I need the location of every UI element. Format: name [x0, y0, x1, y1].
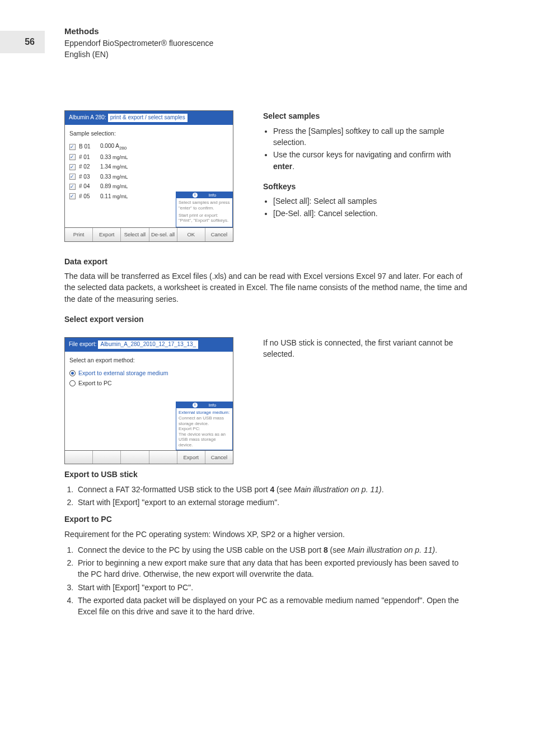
- list-item: Connect a FAT 32-formatted USB stick to …: [76, 484, 470, 495]
- screen2-softkeys: ....ExportCancel: [65, 450, 233, 464]
- info-line: External storage medium:: [179, 410, 230, 416]
- info-title: Info: [209, 193, 216, 198]
- checkbox-icon: [69, 193, 76, 199]
- screen1-header-path: print & export / select samples: [108, 114, 188, 122]
- device-screenshot-2: File export: Albumin_A_280_2010_12_17_13…: [64, 337, 232, 464]
- ok-softkey[interactable]: OK: [177, 228, 205, 241]
- radio-export-external[interactable]: Export to external storage medium: [69, 369, 228, 377]
- screen1-info-box: i Info Select samples and press "enter" …: [176, 192, 233, 227]
- sample-value: 0.33 mg/mL: [100, 153, 128, 162]
- list-item: Connect the device to the PC by using th…: [76, 544, 470, 556]
- empty-softkey: .: [149, 451, 177, 464]
- softkeys-list: [Select all]: Select all samples [De-Sel…: [263, 195, 470, 220]
- info-header: i Info: [176, 402, 232, 409]
- list-item: Prior to beginning a new export make sur…: [76, 557, 470, 580]
- radio-label: Export to external storage medium: [78, 369, 168, 377]
- info-header: i Info: [176, 192, 232, 199]
- export-softkey[interactable]: Export: [93, 228, 121, 241]
- page: 56 Methods Eppendorf BioSpectrometer® fl…: [0, 0, 534, 756]
- empty-softkey: .: [65, 451, 93, 464]
- info-icon: i: [193, 403, 198, 408]
- empty-softkey: .: [121, 451, 149, 464]
- export-pc-requirement: Requirement for the PC operating system:…: [64, 529, 470, 540]
- sample-value: 1.34 mg/mL: [100, 163, 128, 171]
- sample-row[interactable]: # 030.33 mg/mL: [69, 173, 228, 181]
- info-icon: i: [193, 193, 198, 198]
- empty-softkey: .: [93, 451, 121, 464]
- print-softkey[interactable]: Print: [65, 228, 93, 241]
- sample-value: 0.11 mg/mL: [100, 193, 128, 201]
- heading-softkeys: Softkeys: [263, 181, 470, 192]
- sample-row[interactable]: # 040.89 mg/mL: [69, 183, 228, 191]
- export-version-text: If no USB stick is connected, the first …: [263, 337, 470, 464]
- block-export-version: File export: Albumin_A_280_2010_12_17_13…: [64, 337, 470, 464]
- select-samples-list: Press the [Samples] softkey to call up t…: [263, 125, 470, 172]
- cancel-softkey[interactable]: Cancel: [205, 228, 233, 241]
- info-line-2: Start print or export: "Print", "Export"…: [179, 213, 230, 223]
- heading-select-export-version: Select export version: [64, 314, 470, 325]
- screen2-info-box: i Info External storage medium: Connect …: [176, 402, 233, 450]
- checkbox-icon: [69, 164, 76, 170]
- checkbox-icon: [69, 174, 76, 180]
- sample-row[interactable]: B 010.000 A280: [69, 142, 228, 152]
- list-item: [Select all]: Select all samples: [273, 195, 470, 207]
- heading-data-export: Data export: [64, 256, 470, 267]
- cancel-softkey[interactable]: Cancel: [205, 451, 233, 464]
- heading-select-samples: Select samples: [263, 110, 470, 122]
- sample-id: # 01: [79, 153, 97, 162]
- header-language: English (EN): [64, 49, 470, 60]
- sample-id: # 03: [79, 173, 97, 181]
- radio-icon: [69, 380, 76, 386]
- heading-export-usb: Export to USB stick: [64, 469, 470, 480]
- sample-id: B 01: [79, 143, 97, 151]
- screen2-header-path: Albumin_A_280_2010_12_17_13_13_: [98, 340, 198, 349]
- sample-row[interactable]: # 021.34 mg/mL: [69, 163, 228, 171]
- sample-value: 0.33 mg/mL: [100, 173, 128, 181]
- export-usb-steps: Connect a FAT 32-formatted USB stick to …: [64, 484, 470, 508]
- heading-export-pc: Export to PC: [64, 514, 470, 525]
- radio-label: Export to PC: [78, 379, 112, 388]
- export-softkey[interactable]: Export: [177, 451, 205, 464]
- sample-id: # 05: [79, 193, 97, 201]
- list-item: Start with [Export] "export to PC".: [76, 582, 470, 593]
- export-pc-steps: Connect the device to the PC by using th…: [64, 544, 470, 618]
- page-number: 56: [0, 31, 45, 53]
- list-item: The exported data packet will be display…: [76, 595, 470, 618]
- select-samples-text: Select samples Press the [Samples] softk…: [263, 110, 470, 241]
- screen2-header-main: File export:: [69, 340, 96, 349]
- info-line-1: Select samples and press "enter" to conf…: [179, 200, 230, 211]
- sample-id: # 02: [79, 163, 97, 171]
- device-screenshot-1: Albumin A 280: print & export / select s…: [64, 110, 232, 241]
- list-item: Use the cursor keys for navigating and c…: [273, 149, 470, 172]
- sample-value: 0.89 mg/mL: [100, 183, 128, 191]
- screen1-subtitle: Sample selection:: [69, 129, 228, 138]
- checkbox-icon: [69, 144, 76, 150]
- list-item: Start with [Export] "export to an extern…: [76, 497, 470, 508]
- screen2-header: File export: Albumin_A_280_2010_12_17_13…: [65, 338, 233, 352]
- checkbox-icon: [69, 184, 76, 190]
- header-product: Eppendorf BioSpectrometer® fluorescence: [64, 38, 470, 49]
- info-line: The device works as an USB mass storage …: [179, 432, 230, 448]
- header-title: Methods: [64, 25, 470, 38]
- sample-row[interactable]: # 010.33 mg/mL: [69, 153, 228, 162]
- data-export-paragraph: The data will be transferred as Excel fi…: [64, 270, 470, 305]
- list-item: [De-Sel. all]: Cancel selection.: [273, 208, 470, 219]
- block-select-samples: Albumin A 280: print & export / select s…: [64, 110, 470, 241]
- select-all-softkey[interactable]: Select all: [121, 228, 149, 241]
- info-line: Connect an USB mass storage device.: [179, 416, 230, 426]
- export-note: If no USB stick is connected, the first …: [263, 337, 470, 360]
- checkbox-icon: [69, 154, 76, 160]
- page-header: Methods Eppendorf BioSpectrometer® fluor…: [64, 25, 470, 60]
- screen1-header: Albumin A 280: print & export / select s…: [65, 111, 233, 125]
- screen1-softkeys: PrintExportSelect allDe-sel. allOKCancel: [65, 227, 233, 241]
- screen2-subtitle: Select an export method:: [69, 356, 228, 365]
- de-sel-all-softkey[interactable]: De-sel. all: [149, 228, 177, 241]
- radio-export-pc[interactable]: Export to PC: [69, 379, 228, 388]
- radio-icon: [69, 370, 76, 376]
- sample-id: # 04: [79, 183, 97, 191]
- sample-value: 0.000 A280: [100, 142, 127, 152]
- list-item: Press the [Samples] softkey to call up t…: [273, 125, 470, 148]
- screen1-header-main: Albumin A 280:: [69, 114, 106, 122]
- info-title: Info: [209, 403, 216, 408]
- info-line: Export PC:: [179, 426, 230, 432]
